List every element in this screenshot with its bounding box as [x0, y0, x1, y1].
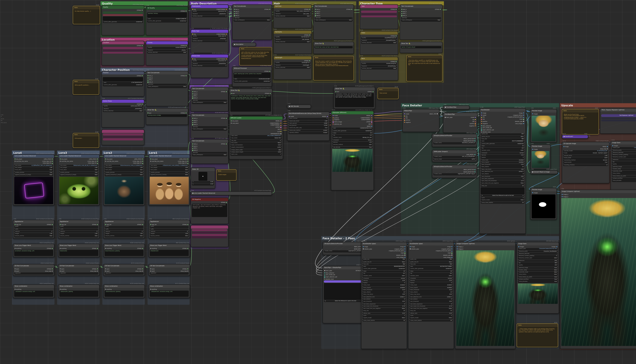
widget-output-path[interactable]: output_pathCharacterCreator2/%Y-%m-%d: [518, 248, 558, 250]
widget-lora-weight[interactable]: lora_weight1.00: [60, 167, 98, 169]
slot-dot[interactable]: [481, 132, 482, 133]
widget-weight[interactable]: weight1.00: [60, 233, 98, 235]
output-string[interactable]: STRING: [265, 92, 271, 94]
output-show-help[interactable]: show_help: [136, 270, 144, 272]
widget-textfile[interactable]: textfilescenes-fantasy.txt: [147, 47, 187, 49]
widget-vae-name[interactable]: vae_nameBaked VAE: [230, 138, 282, 140]
slot-dot[interactable]: [60, 268, 61, 270]
input-override-lora-name[interactable]: override_lora_name: [14, 160, 28, 162]
output-detailer-pipe[interactable]: detailer_pipe: [515, 120, 524, 122]
node-title[interactable]: Scenes: [146, 41, 188, 44]
widget-empty-latent-width[interactable]: empty_latent_width832: [230, 149, 282, 151]
slot-dot[interactable]: [15, 289, 16, 290]
widget-guide-size-for[interactable]: guide_size_forbbox: [362, 261, 406, 263]
widget-delimiter[interactable]: delimiter,: [192, 100, 227, 102]
input-anything[interactable]: anything: [14, 288, 21, 290]
output-conditioning[interactable]: CONDITIONING: [216, 8, 227, 10]
input-text1[interactable]: text1: [60, 268, 64, 270]
output-string[interactable]: STRING: [137, 45, 143, 47]
slot-dot[interactable]: [234, 15, 235, 16]
lora2-cr-concat[interactable]: #175 Comfyroll StudioCR Text Concatenate…: [103, 264, 145, 276]
output-basic-pipe[interactable]: BASIC_PIPE: [430, 113, 438, 115]
input-text-a[interactable]: text_a: [401, 8, 406, 10]
slot-dot[interactable]: [150, 268, 151, 270]
widget-keyword[interactable]: keyword_hair_female_: [274, 39, 310, 41]
text-widget[interactable]: seamless, fantasy,: [147, 12, 187, 18]
slot-dot[interactable]: [187, 224, 188, 225]
widget-control-after-generate[interactable]: control_after_generaterandomize: [409, 268, 453, 270]
input-text-c[interactable]: text_c: [147, 79, 152, 81]
widget-sampler-name[interactable]: sampler_nameeuler: [362, 275, 406, 277]
widget-feather[interactable]: feather5: [362, 282, 406, 284]
description-collapsed[interactable]: ● Description: [232, 42, 256, 46]
input-bbox-detector[interactable]: bbox_detector: [481, 125, 491, 127]
quality-style-node[interactable]: #161 Mikey NodesQualitySTRINGcontrol_aft…: [102, 5, 144, 36]
patch-model-downscale-node[interactable]: 0.6kPatchModelAddDownscale (Kohya Deep S…: [287, 112, 330, 141]
slot-dot[interactable]: [142, 270, 143, 272]
show-text-total-prompt[interactable]: 0.1k#178 pythongosssss/ComfyUI-C..Show T…: [334, 87, 375, 109]
node-title[interactable]: Text Concatenate: [191, 87, 228, 90]
slot-dot[interactable]: [15, 268, 16, 270]
node-title[interactable]: Show Text 🐍: [314, 42, 354, 45]
output-negative[interactable]: negative: [469, 125, 476, 127]
node-title[interactable]: KSampler (Efficient): [331, 111, 374, 114]
output-mask[interactable]: mask: [401, 252, 406, 254]
output-string[interactable]: STRING: [391, 60, 397, 63]
slot-dot[interactable]: [192, 91, 193, 92]
widget-append-loraname-if-empty[interactable]: append_loraname_if_emptyfalse: [14, 174, 53, 176]
breast-size-node[interactable]: 0.6k#145 ComfyUI-Chibi-NodesBreast Sizec…: [190, 54, 229, 78]
widget-entries-returned[interactable]: entries_returnedfalse: [274, 41, 310, 43]
hair-color-node[interactable]: 0.6k#126 ComfyUI-Chibi-NodesHairColorSTR…: [273, 4, 312, 28]
widget-model-name[interactable]: model_namesegm/person_yolov8m-seg.pt: [433, 173, 476, 175]
input-cnet-stack[interactable]: cnet_stack: [230, 122, 239, 124]
output-conditioning[interactable]: CONDITIONING: [216, 58, 227, 60]
slot-dot[interactable]: [231, 122, 232, 124]
widget-entries-returned[interactable]: entries_returned1: [192, 16, 227, 18]
slot-dot[interactable]: [187, 158, 188, 160]
widget-start-percent[interactable]: start_percent0.000: [288, 122, 328, 125]
input-text-d[interactable]: text_d: [401, 15, 406, 17]
widget-separator[interactable]: separator: [150, 272, 189, 274]
slot-dot[interactable]: [309, 34, 310, 36]
output-mask[interactable]: mask: [520, 118, 524, 120]
input-text-b[interactable]: text_b: [234, 10, 239, 12]
output-string[interactable]: STRING: [137, 75, 143, 77]
text-concatenate-148[interactable]: 0.6k#148 WAS Node SuiteText Concatenatet…: [232, 4, 272, 40]
input-images[interactable]: images: [532, 192, 538, 194]
input-sam-model-opt[interactable]: sam_model_opt: [324, 274, 335, 276]
node-title[interactable]: CR Text Concatenate: [149, 264, 190, 268]
widget-cfg[interactable]: cfg8.0: [362, 273, 406, 275]
lora1-show-combination[interactable]: #171 ComfyUI Easy UseShow combinationany…: [148, 284, 190, 298]
slot-dot[interactable]: [148, 112, 148, 114]
slot-dot[interactable]: [269, 9, 270, 10]
slot-dot[interactable]: [532, 192, 533, 193]
sam-loader-node[interactable]: #95 Impact PackSAMLoader (Impact)SAM_MOD…: [432, 150, 477, 162]
output-string[interactable]: STRING: [137, 9, 143, 11]
widget-embed-workflow[interactable]: embed_workflowtrue: [518, 278, 558, 280]
node-title[interactable]: FromBasicPipe: [444, 113, 477, 116]
slot-dot[interactable]: [186, 112, 186, 114]
note-extra-poses[interactable]: #188NoteExtra poses ..: [73, 133, 99, 148]
node-title[interactable]: Race: [360, 57, 398, 60]
input-positive[interactable]: positive: [481, 120, 487, 122]
needscale-collapsed[interactable]: 10.7k#381● NeedScale?: [562, 135, 588, 139]
slot-dot[interactable]: [226, 118, 227, 119]
slot-dot[interactable]: [142, 248, 143, 249]
widget-sampler-name[interactable]: sampler_namedpmpp_2m_sde: [332, 137, 372, 139]
output-bbox-detector[interactable]: BBOX_DETECTOR: [464, 138, 476, 140]
node-title[interactable]: Show Text 🐍: [400, 42, 442, 45]
widget-model-name[interactable]: model_namesegm/person_yolov8m-seg.pt: [324, 250, 366, 252]
slot-dot[interactable]: [607, 148, 608, 149]
output-string[interactable]: STRING: [304, 60, 310, 62]
output-meta-tags-list[interactable]: meta_tags_list: [133, 162, 144, 164]
input-text2[interactable]: text2: [150, 270, 155, 272]
input-sam-model-opt[interactable]: sam_model_opt: [481, 127, 492, 129]
widget-append-loraname-if-empty[interactable]: append_loraname_if_emptyfalse: [104, 174, 144, 176]
node-title[interactable]: Show Lora Trigger Word: [149, 244, 190, 247]
node-title[interactable]: Expressions: [191, 5, 228, 8]
race-node[interactable]: 0.6k#129 ComfyUI-Chibi-NodesRaceSTRINGte…: [360, 57, 398, 81]
input-anything[interactable]: anything: [60, 288, 66, 290]
widget-inpaint-model[interactable]: inpaint_modelFalse: [409, 317, 453, 319]
widget-control-after-generate[interactable]: control_after_generaterandomize: [332, 130, 372, 132]
slot-dot[interactable]: [15, 224, 16, 225]
